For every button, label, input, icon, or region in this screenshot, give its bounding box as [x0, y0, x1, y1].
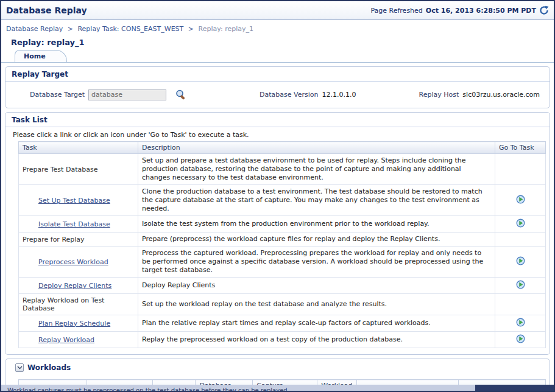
- tab-home[interactable]: Home: [15, 50, 67, 62]
- collapse-chevron-icon[interactable]: [15, 363, 24, 372]
- go-to-task-icon[interactable]: [516, 334, 525, 343]
- task-list-heading: Task List: [5, 113, 550, 127]
- table-row: Prepare for Replay Prepare (preprocess) …: [19, 233, 546, 247]
- replay-target-section: Replay Target Database Target Database V…: [5, 66, 550, 108]
- database-target-label: Database Target: [30, 91, 85, 99]
- column-header-description: Description: [138, 142, 495, 154]
- table-row: Replay Workload on Test Database Set up …: [19, 294, 546, 315]
- go-to-task-icon[interactable]: [516, 318, 525, 327]
- column-header-go-to-task: Go To Task: [495, 142, 546, 154]
- top-header-bar: Database Replay Page Refreshed Oct 16, 2…: [1, 1, 554, 20]
- table-row: Set Up Test Database Clone the productio…: [19, 185, 546, 216]
- database-version-value: 12.1.0.1.0: [322, 91, 356, 99]
- replay-host-label: Replay Host: [419, 91, 459, 99]
- go-to-task-icon[interactable]: [516, 256, 525, 265]
- task-description: Deploy Replay Clients: [138, 278, 495, 294]
- task-description: Clone the production database to a test …: [138, 185, 495, 216]
- table-row: Deploy Replay Clients Deploy Replay Clie…: [19, 278, 546, 294]
- task-list-instruction: Please click a link or click an icon und…: [5, 127, 550, 139]
- breadcrumb-replay-task[interactable]: Replay Task: CONS_EAST_WEST: [77, 25, 183, 33]
- table-row: Prepare Test Database Set up and prepare…: [19, 154, 546, 185]
- table-row: Plan Replay Schedule Plan the relative r…: [19, 315, 546, 332]
- task-link-isolate-test-database[interactable]: Isolate Test Database: [38, 220, 110, 228]
- task-link-preprocess-workload[interactable]: Preprocess Workload: [38, 258, 108, 266]
- task-description: Isolate the test system from the product…: [138, 216, 495, 233]
- database-target-input[interactable]: [88, 89, 166, 100]
- task-link-replay-workload[interactable]: Replay Workload: [38, 336, 94, 344]
- replay-target-heading: Replay Target: [5, 67, 550, 82]
- page-refreshed-label: Page Refreshed: [370, 7, 422, 15]
- task-link-set-up-test-database[interactable]: Set Up Test Database: [38, 197, 110, 205]
- task-description: Preprocess the captured workload. Prepro…: [138, 247, 495, 278]
- breadcrumb-separator: >: [188, 25, 194, 33]
- task-group-label: Replay Workload on Test Database: [19, 294, 138, 315]
- go-to-task-icon[interactable]: [516, 219, 525, 228]
- task-group-label: Prepare Test Database: [19, 154, 138, 185]
- go-to-task-icon[interactable]: [516, 195, 525, 204]
- go-to-task-icon[interactable]: [516, 280, 525, 289]
- breadcrumb-separator: >: [68, 25, 73, 33]
- task-link-deploy-replay-clients[interactable]: Deploy Replay Clients: [38, 282, 111, 290]
- task-description: Plan the relative replay start times and…: [138, 315, 495, 332]
- task-description: Prepare (preprocess) the workload captur…: [138, 233, 495, 247]
- refresh-icon[interactable]: [539, 5, 549, 15]
- table-row: Preprocess Workload Preprocess the captu…: [19, 247, 546, 278]
- workloads-heading: Workloads: [27, 363, 71, 372]
- breadcrumb: Database Replay > Replay Task: CONS_EAST…: [1, 20, 554, 34]
- clipped-footer-text: Workload captures must be preprocessed o…: [7, 388, 470, 391]
- column-header-task: Task: [19, 142, 138, 154]
- task-list-section: Task List Please click a link or click a…: [5, 112, 550, 355]
- task-table: Task Description Go To Task Prepare Test…: [18, 141, 546, 348]
- task-description: Replay the preprocessed workload on a te…: [138, 332, 495, 348]
- app-title: Database Replay: [6, 5, 87, 15]
- breadcrumb-current: Replay: replay_1: [199, 25, 253, 33]
- task-description: Set up the workload replay on the test d…: [138, 294, 495, 315]
- task-table-header-row: Task Description Go To Task: [19, 142, 546, 154]
- table-row: Isolate Test Database Isolate the test s…: [19, 216, 546, 233]
- breadcrumb-database-replay[interactable]: Database Replay: [6, 25, 63, 33]
- task-link-plan-replay-schedule[interactable]: Plan Replay Schedule: [38, 320, 110, 327]
- table-row: Replay Workload Replay the preprocessed …: [19, 332, 546, 348]
- database-version-label: Database Version: [260, 91, 318, 99]
- replay-host-value: slc03rzu.us.oracle.com: [462, 91, 540, 99]
- task-description: Set up and prepare a test database envir…: [138, 154, 495, 185]
- search-icon[interactable]: [175, 89, 186, 100]
- page-title: Replay: replay_1: [11, 38, 554, 47]
- page-refreshed-timestamp: Oct 16, 2013 6:28:50 PM PDT: [426, 7, 536, 15]
- tab-strip: Home: [1, 49, 554, 63]
- task-group-label: Prepare for Replay: [19, 233, 138, 247]
